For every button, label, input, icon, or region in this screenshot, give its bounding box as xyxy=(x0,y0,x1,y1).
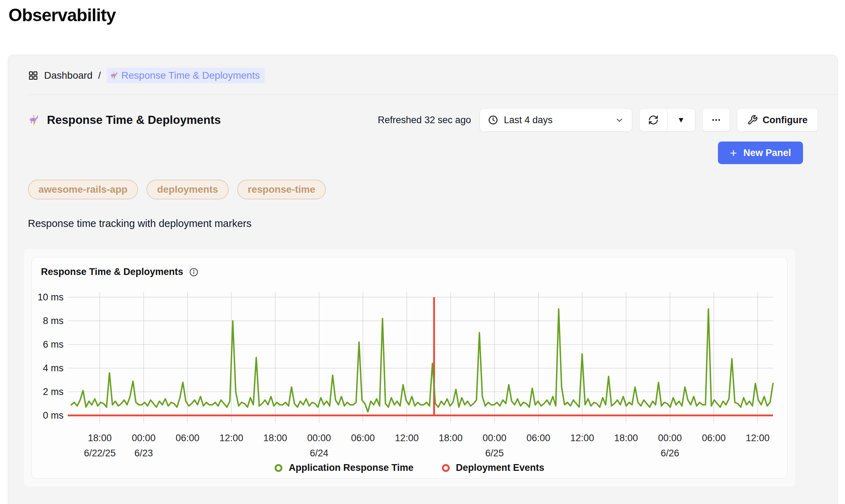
new-panel-row: + New Panel xyxy=(28,142,803,164)
svg-text:6 ms: 6 ms xyxy=(43,339,64,350)
caret-down-icon: ▼ xyxy=(677,115,685,125)
page-title: Observability xyxy=(8,5,845,25)
time-range-select[interactable]: Last 4 days xyxy=(480,108,632,132)
new-panel-button[interactable]: + New Panel xyxy=(718,142,803,164)
svg-text:4 ms: 4 ms xyxy=(43,363,64,373)
refresh-button[interactable] xyxy=(640,108,667,132)
svg-text:6/24: 6/24 xyxy=(310,448,329,458)
svg-text:6/25: 6/25 xyxy=(485,448,504,458)
svg-text:00:00: 00:00 xyxy=(307,433,331,443)
carousel-horse-icon xyxy=(28,114,40,126)
refreshed-status: Refreshed 32 sec ago xyxy=(378,115,471,126)
svg-text:8 ms: 8 ms xyxy=(43,316,64,326)
tag-awesome-rails-app[interactable]: awesome-rails-app xyxy=(28,180,138,199)
svg-text:6/23: 6/23 xyxy=(134,448,153,458)
breadcrumb-separator: / xyxy=(98,70,101,81)
svg-text:00:00: 00:00 xyxy=(132,433,156,443)
dashboard-card: Dashboard / Response Time & Deployments xyxy=(8,55,838,504)
chevron-down-icon xyxy=(615,115,624,125)
breadcrumb-dashboard-link[interactable]: Dashboard xyxy=(44,70,92,81)
carousel-horse-icon xyxy=(109,71,119,80)
more-options-button[interactable] xyxy=(702,108,730,132)
refresh-icon xyxy=(648,115,659,125)
legend-swatch xyxy=(442,464,450,472)
dashboard-grid-icon xyxy=(28,70,38,81)
dashboard-title: Response Time & Deployments xyxy=(47,113,221,127)
svg-text:18:00: 18:00 xyxy=(614,433,638,443)
svg-text:10 ms: 10 ms xyxy=(37,292,64,302)
svg-text:12:00: 12:00 xyxy=(220,433,244,443)
legend-label: Application Response Time xyxy=(289,462,414,473)
configure-label: Configure xyxy=(763,115,808,126)
legend-item[interactable]: Deployment Events xyxy=(442,462,545,473)
ellipsis-icon xyxy=(710,114,722,126)
tag-list: awesome-rails-app deployments response-t… xyxy=(28,180,818,199)
svg-text:06:00: 06:00 xyxy=(175,433,199,443)
breadcrumb-current-label: Response Time & Deployments xyxy=(121,70,260,81)
panel-header: Response Time & Deployments Refreshed 32… xyxy=(28,108,818,132)
svg-text:00:00: 00:00 xyxy=(658,433,682,443)
page: Observability Dashboard / xyxy=(0,5,845,25)
svg-text:00:00: 00:00 xyxy=(483,433,507,443)
svg-text:18:00: 18:00 xyxy=(263,433,287,443)
chart-title: Response Time & Deployments xyxy=(41,266,183,277)
tools-icon xyxy=(747,115,758,125)
svg-text:12:00: 12:00 xyxy=(746,433,770,443)
legend-item[interactable]: Application Response Time xyxy=(275,462,414,473)
response-time-chart: 0 ms2 ms4 ms6 ms8 ms10 ms18:006/22/2500:… xyxy=(32,284,787,460)
new-panel-label: New Panel xyxy=(743,148,791,158)
refresh-split-button: ▼ xyxy=(639,108,695,132)
legend-swatch xyxy=(275,464,282,472)
svg-text:6/22/25: 6/22/25 xyxy=(84,448,116,458)
svg-text:2 ms: 2 ms xyxy=(43,386,64,397)
plus-icon: + xyxy=(730,147,737,159)
tag-response-time[interactable]: response-time xyxy=(237,180,326,199)
breadcrumb: Dashboard / Response Time & Deployments xyxy=(28,66,818,85)
chart-legend: Application Response TimeDeployment Even… xyxy=(32,462,787,473)
refresh-options-button[interactable]: ▼ xyxy=(667,108,695,132)
svg-text:18:00: 18:00 xyxy=(88,433,112,443)
svg-text:0 ms: 0 ms xyxy=(43,410,64,421)
svg-text:06:00: 06:00 xyxy=(351,433,375,443)
info-icon[interactable] xyxy=(189,267,199,277)
svg-text:12:00: 12:00 xyxy=(570,433,594,443)
breadcrumb-current-chip[interactable]: Response Time & Deployments xyxy=(107,68,265,83)
svg-text:18:00: 18:00 xyxy=(439,433,463,443)
svg-text:06:00: 06:00 xyxy=(526,433,550,443)
svg-text:06:00: 06:00 xyxy=(702,433,726,443)
legend-label: Deployment Events xyxy=(456,462,545,473)
chart-panel: Response Time & Deployments 0 ms2 ms4 ms… xyxy=(31,257,787,479)
header-divider xyxy=(28,95,838,95)
chart-panel-container: Response Time & Deployments 0 ms2 ms4 ms… xyxy=(24,249,795,486)
time-range-value: Last 4 days xyxy=(504,115,553,126)
svg-text:6/26: 6/26 xyxy=(661,448,679,458)
tag-deployments[interactable]: deployments xyxy=(146,180,229,199)
toolbar: Refreshed 32 sec ago Last 4 days xyxy=(378,108,818,132)
configure-button[interactable]: Configure xyxy=(737,108,818,132)
svg-text:12:00: 12:00 xyxy=(395,433,419,443)
dashboard-description: Response time tracking with deployment m… xyxy=(28,218,818,229)
clock-icon xyxy=(488,115,498,125)
